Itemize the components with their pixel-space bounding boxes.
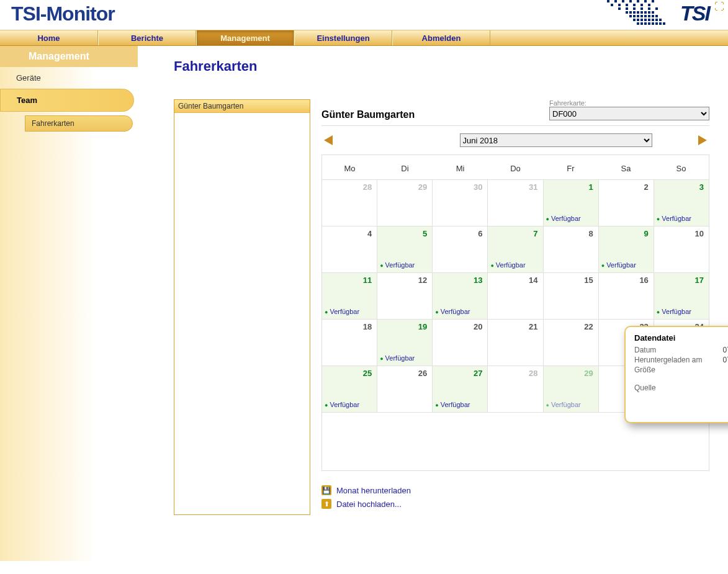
day-number: 9	[644, 229, 649, 238]
svg-rect-9	[626, 4, 628, 6]
day-number: 21	[529, 322, 537, 331]
weekday-header: Mo	[322, 155, 377, 179]
svg-rect-1	[614, 0, 617, 2]
calendar-day-cell[interactable]: 7Verfügbar	[488, 226, 543, 272]
nav-management[interactable]: Management	[196, 30, 294, 45]
page-heading: Fahrerkarten	[174, 58, 709, 74]
svg-rect-7	[611, 4, 613, 6]
calendar-day-cell[interactable]: 13Verfügbar	[433, 273, 488, 319]
svg-rect-42	[659, 19, 662, 21]
calendar-day-cell: 28	[322, 180, 377, 226]
day-number: 15	[584, 276, 593, 285]
svg-rect-19	[626, 11, 628, 14]
calendar-day-cell: 20	[433, 320, 488, 365]
upload-icon: ⬆	[321, 499, 331, 509]
fullscreen-icon[interactable]: ⛶	[714, 1, 724, 12]
svg-rect-20	[629, 11, 632, 14]
sidebar: Management GeräteTeam Fahrerkarten	[0, 46, 138, 561]
svg-rect-12	[648, 4, 650, 6]
svg-rect-48	[655, 22, 658, 25]
app-header: TSI-Monitor TSI ⛶	[0, 0, 728, 30]
weekday-header: Di	[377, 155, 433, 179]
svg-rect-34	[655, 15, 658, 17]
main-content: Fahrerkarten Günter Baumgarten Günter Ba…	[138, 46, 728, 561]
day-number: 29	[418, 182, 427, 192]
status-available: Verfügbar	[490, 261, 525, 269]
svg-rect-33	[652, 15, 654, 17]
sidebar-subnav: Fahrerkarten	[25, 115, 133, 132]
calendar-day-cell[interactable]: 25Verfügbar	[322, 366, 377, 412]
svg-rect-15	[633, 7, 636, 10]
svg-rect-21	[633, 11, 636, 14]
day-number: 11	[363, 276, 372, 285]
day-number: 8	[588, 229, 593, 238]
driver-card-select[interactable]: DF000	[549, 107, 709, 120]
calendar-day-cell: 31	[488, 180, 543, 226]
tooltip-title: Datendatei	[634, 333, 728, 343]
month-select[interactable]: Juni 2018	[460, 133, 652, 147]
prev-month-icon[interactable]	[324, 135, 333, 145]
calendar-day-cell[interactable]: 9Verfügbar	[599, 226, 654, 272]
calendar-day-cell[interactable]: 1Verfügbar	[544, 180, 599, 226]
svg-rect-6	[652, 0, 654, 2]
calendar-day-cell: 29	[377, 180, 433, 226]
divider	[321, 125, 709, 126]
calendar-day-cell: 18	[322, 320, 377, 365]
svg-rect-47	[652, 22, 654, 25]
calendar-day-cell[interactable]: 19Verfügbar	[377, 320, 433, 365]
day-number: 22	[584, 322, 593, 331]
day-number: 27	[474, 369, 482, 378]
app-title: TSI-Monitor	[11, 2, 115, 25]
svg-rect-41	[655, 19, 658, 21]
nav-berichte[interactable]: Berichte	[98, 30, 196, 45]
calendar-day-cell: 10	[654, 226, 709, 272]
calendar-day-cell: 28	[488, 366, 543, 412]
nav-einstellungen[interactable]: Einstellungen	[294, 30, 392, 45]
upload-file-link[interactable]: ⬆ Datei hochladen...	[321, 497, 709, 511]
day-number: 30	[474, 182, 482, 192]
selected-driver-name: Günter Baumgarten	[321, 109, 415, 120]
calendar-day-cell[interactable]: 11Verfügbar	[322, 273, 377, 319]
tooltip-date-label: Datum	[634, 346, 656, 354]
status-available: Verfügbar	[546, 215, 581, 222]
svg-rect-32	[648, 15, 650, 17]
svg-rect-8	[618, 4, 621, 6]
status-available: Verfügbar	[325, 308, 359, 315]
svg-rect-24	[644, 11, 647, 14]
day-number: 4	[367, 229, 372, 238]
svg-rect-44	[640, 22, 643, 25]
svg-rect-37	[640, 19, 643, 21]
calendar-day-cell[interactable]: 5Verfügbar	[377, 226, 433, 272]
calendar-day-cell[interactable]: 29Verfügbar	[544, 366, 599, 412]
driver-list-item[interactable]: Günter Baumgarten	[174, 100, 310, 113]
calendar-day-cell: 6	[433, 226, 488, 272]
calendar-day-cell[interactable]: 3Verfügbar	[654, 180, 709, 226]
svg-rect-39	[648, 19, 650, 21]
sidebar-item-team[interactable]: Team	[0, 89, 134, 112]
calendar-day-cell: 12	[377, 273, 433, 319]
tooltip-source-label: Quelle	[634, 383, 656, 401]
svg-rect-5	[644, 0, 647, 2]
day-number: 17	[695, 276, 704, 285]
nav-home[interactable]: Home	[0, 30, 98, 45]
day-number: 28	[529, 369, 537, 378]
svg-rect-40	[652, 19, 654, 21]
status-available: Verfügbar	[657, 308, 691, 315]
tooltip-downloaded-value: 07.06.2018 04:22	[723, 356, 728, 364]
tooltip-size-label: Größe	[634, 365, 655, 374]
day-number: 12	[418, 276, 427, 285]
calendar-day-cell[interactable]: 27Verfügbar	[433, 366, 488, 412]
svg-rect-43	[637, 22, 639, 25]
status-available: Verfügbar	[546, 401, 581, 408]
svg-rect-22	[637, 11, 639, 14]
nav-abmelden[interactable]: Abmelden	[392, 30, 490, 45]
svg-rect-36	[637, 19, 639, 21]
sidebar-item-geräte[interactable]: Geräte	[0, 67, 138, 89]
calendar-day-cell[interactable]: 17Verfügbar	[654, 273, 709, 319]
svg-rect-35	[633, 19, 636, 21]
sidebar-sub-fahrerkarten[interactable]: Fahrerkarten	[25, 115, 133, 132]
svg-rect-27	[629, 15, 632, 17]
day-number: 2	[644, 182, 649, 192]
download-month-link[interactable]: 💾 Monat herunterladen	[321, 483, 709, 497]
next-month-icon[interactable]	[698, 135, 707, 145]
